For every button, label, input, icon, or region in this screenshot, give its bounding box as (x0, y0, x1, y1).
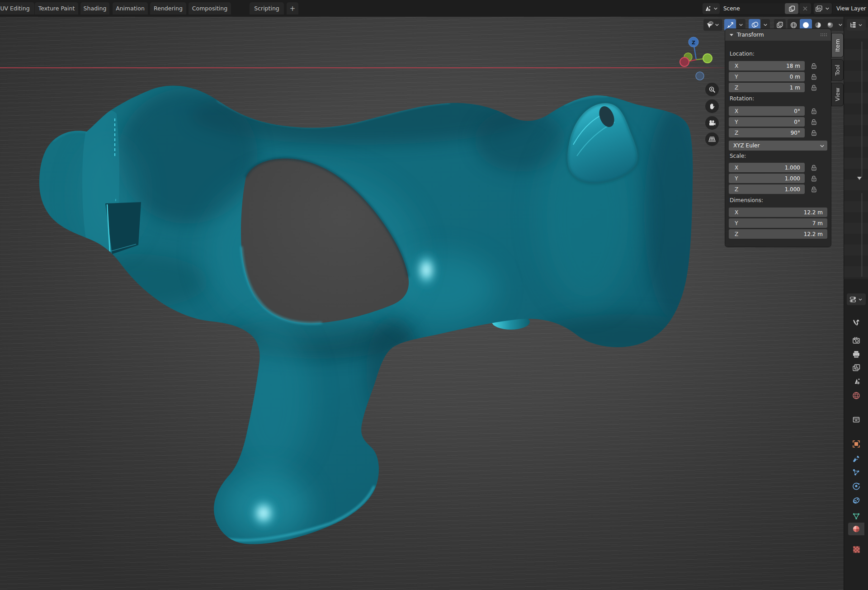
outliner-editor-collapsed[interactable] (844, 17, 868, 279)
scene-icon (703, 5, 712, 12)
transform-panel-header[interactable]: Transform (725, 29, 831, 41)
properties-tab-modifiers[interactable] (848, 453, 864, 465)
properties-tab-view-layer[interactable] (848, 361, 864, 374)
view-layer-browse-button[interactable] (814, 3, 832, 14)
rotation-y-field[interactable]: Y0° (729, 117, 805, 127)
sidebar-tab-view[interactable]: View (832, 83, 843, 106)
panel-collapse-arrow-icon (729, 33, 734, 37)
properties-tab-collection[interactable] (848, 413, 864, 426)
chevron-down-icon (820, 143, 825, 148)
lock-location-z-icon[interactable] (809, 83, 818, 92)
lock-rotation-z-icon[interactable] (809, 128, 818, 137)
properties-tab-tool[interactable] (848, 316, 864, 329)
properties-tab-world[interactable] (848, 389, 864, 402)
properties-editor-type-button[interactable] (847, 293, 866, 305)
scene-browse-button[interactable] (703, 3, 720, 14)
chevron-down-icon (763, 23, 768, 27)
outliner-scrollbar[interactable] (862, 42, 862, 177)
properties-tab-physics[interactable] (848, 480, 864, 492)
properties-tab-object-data[interactable] (848, 510, 864, 523)
lock-rotation-y-icon[interactable] (809, 117, 818, 127)
tab-label: Tool (834, 65, 841, 76)
properties-tab-scene[interactable] (848, 375, 864, 387)
properties-tab-texture[interactable] (848, 543, 864, 556)
dimension-x-field[interactable]: X12.2 m (729, 208, 827, 217)
dimension-z-field[interactable]: Z12.2 m (729, 229, 827, 239)
scale-y-field[interactable]: Y1.000 (729, 174, 805, 183)
xray-icon (776, 21, 783, 28)
unlink-scene-button[interactable] (799, 3, 811, 14)
scale-z-field[interactable]: Z1.000 (729, 184, 805, 194)
lock-scale-x-icon[interactable] (809, 163, 818, 172)
camera-view-button[interactable] (705, 116, 719, 130)
axis-label: Z (729, 231, 744, 237)
value: 18 m (744, 63, 805, 69)
workspace-tab-animation[interactable]: Animation (113, 2, 148, 14)
duplicate-icon (788, 5, 795, 12)
panel-grip-icon[interactable] (820, 33, 827, 37)
panel-title: Transform (737, 32, 764, 38)
lock-scale-y-icon[interactable] (809, 174, 818, 183)
properties-tab-material[interactable] (848, 523, 864, 535)
location-z-field[interactable]: Z1 m (729, 83, 805, 92)
lock-rotation-x-icon[interactable] (809, 106, 818, 116)
pan-button[interactable] (705, 99, 719, 113)
tab-label: View (834, 88, 841, 101)
scale-x-field[interactable]: X1.000 (729, 163, 805, 172)
properties-tab-constraints[interactable] (848, 494, 864, 507)
gizmo-icon (726, 21, 734, 29)
zoom-button[interactable] (705, 83, 719, 96)
collapsed-panel-arrow-icon[interactable] (857, 176, 862, 180)
object-type-visibility-dropdown[interactable] (703, 19, 722, 31)
tab-label: Animation (116, 5, 145, 12)
viewport-3d[interactable]: Z (0, 17, 844, 590)
lock-location-y-icon[interactable] (809, 72, 818, 81)
chevron-down-icon (824, 6, 830, 11)
axis-label: Z (729, 186, 744, 193)
workspace-tab-texture-paint[interactable]: Texture Paint (35, 2, 78, 14)
workspace-tab-scripting[interactable]: Scripting (250, 2, 284, 14)
zoom-icon (708, 86, 716, 94)
sidebar-tab-item[interactable]: Item (832, 33, 843, 57)
add-workspace-button[interactable]: + (287, 2, 298, 14)
plus-icon: + (290, 5, 296, 13)
tab-label: Item (834, 39, 841, 52)
topbar: UV Editing Texture Paint Shading Animati… (0, 0, 868, 17)
rotation-x-field[interactable]: X0° (729, 106, 805, 116)
toggle-perspective-button[interactable] (705, 132, 719, 146)
new-scene-button[interactable] (785, 3, 798, 14)
view-layer-name-field[interactable]: View Layer (833, 3, 868, 14)
workspace-tab-compositing[interactable]: Compositing (189, 2, 231, 14)
gizmo-axis-z-neg[interactable] (696, 72, 704, 80)
workspace-tab-rendering[interactable]: Rendering (150, 2, 186, 14)
axis-label: Y (729, 119, 744, 125)
gizmo-axis-y[interactable] (703, 54, 712, 63)
chevron-down-icon (712, 6, 719, 11)
dimension-y-field[interactable]: Y7 m (729, 218, 827, 228)
properties-tab-particles[interactable] (848, 466, 864, 479)
workspace-tab-uv-editing[interactable]: UV Editing (0, 2, 34, 14)
outliner-editor-type-button[interactable] (847, 19, 866, 31)
axis-label: Z (729, 130, 744, 136)
wireframe-icon (790, 21, 797, 29)
location-x-field[interactable]: X18 m (729, 61, 805, 71)
outliner-scrollbar-lower[interactable] (862, 193, 862, 277)
location-y-field[interactable]: Y0 m (729, 72, 805, 81)
rotation-mode-dropdown[interactable]: XYZ Euler (729, 141, 827, 151)
properties-tab-object[interactable] (848, 438, 864, 450)
properties-tab-render[interactable] (848, 334, 864, 347)
shading-dropdown[interactable] (836, 19, 844, 31)
grid-perspective-icon (708, 136, 716, 143)
lock-scale-z-icon[interactable] (809, 184, 818, 194)
sidebar-tab-tool[interactable]: Tool (832, 60, 843, 80)
lock-location-x-icon[interactable] (809, 61, 818, 71)
workspace-tab-shading[interactable]: Shading (80, 2, 109, 14)
tab-label: UV Editing (0, 5, 29, 12)
scene-name-field[interactable]: Scene (720, 3, 792, 14)
object-type-visibility-icon (706, 21, 714, 28)
properties-tab-output[interactable] (848, 348, 864, 360)
gizmo-axis-x[interactable] (680, 57, 689, 66)
properties-editor-collapsed[interactable] (844, 279, 868, 590)
rotation-z-field[interactable]: Z90° (729, 128, 805, 137)
value: 0° (744, 108, 805, 114)
